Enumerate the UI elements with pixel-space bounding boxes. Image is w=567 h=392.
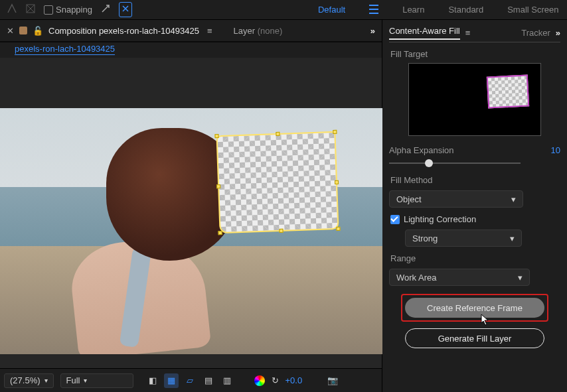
- content-aware-fill-panel: Content-Aware Fill ≡ Tracker » Fill Targ…: [382, 20, 567, 392]
- panel-menu-icon[interactable]: ≡: [465, 28, 471, 38]
- checkbox-checked-icon: [390, 215, 400, 224]
- channel-icon[interactable]: ▥: [220, 373, 234, 388]
- checkbox-icon: [44, 5, 53, 15]
- comp-chip-icon: [19, 27, 27, 34]
- panel-title[interactable]: Content-Aware Fill: [389, 26, 460, 40]
- chevron-down-icon: ▾: [518, 273, 523, 283]
- create-reference-frame-button[interactable]: Create Reference Frame: [405, 298, 544, 318]
- lock-icon[interactable]: 🔓: [33, 26, 43, 36]
- breadcrumb[interactable]: pexels-ron-lach-10493425: [0, 42, 382, 55]
- viewer-area: [0, 58, 382, 368]
- layer-tab[interactable]: Layer (none): [234, 26, 283, 36]
- range-value: Work Area: [396, 273, 436, 283]
- transparency-grid-icon[interactable]: ▦: [164, 373, 179, 388]
- breadcrumb-link[interactable]: pexels-ron-lach-10493425: [15, 44, 115, 55]
- composition-pane: ✕ 🔓 Composition pexels-ron-lach-10493425…: [0, 20, 382, 392]
- tracker-tab[interactable]: Tracker: [521, 28, 550, 38]
- mask-visibility-icon[interactable]: ▱: [183, 373, 197, 388]
- panel-overflow-icon[interactable]: »: [370, 26, 375, 36]
- fill-method-label: Fill Method: [390, 175, 560, 185]
- alpha-expansion-label: Alpha Expansion: [389, 145, 454, 155]
- chevron-down-icon: ▾: [511, 194, 516, 204]
- exposure-value[interactable]: +0.0: [285, 375, 303, 385]
- snap-expand-icon[interactable]: [100, 3, 111, 16]
- zoom-value: (27.5%): [10, 375, 40, 385]
- lighting-strength-dropdown[interactable]: Strong ▾: [405, 229, 522, 247]
- chevron-down-icon: ▾: [44, 377, 48, 384]
- resolution-dropdown[interactable]: Full ▾: [60, 373, 133, 388]
- zoom-dropdown[interactable]: (27.5%) ▾: [4, 373, 54, 388]
- composition-tab-label[interactable]: Composition pexels-ron-lach-10493425: [48, 26, 199, 36]
- workspace-tabs: Default Learn Standard Small Screen: [318, 5, 559, 15]
- tab-menu-icon[interactable]: ≡: [207, 26, 212, 36]
- range-label: Range: [390, 253, 560, 263]
- lighting-correction-toggle[interactable]: Lighting Correction: [390, 214, 560, 224]
- snapping-label: Snapping: [56, 5, 92, 15]
- workspace-small-screen[interactable]: Small Screen: [507, 5, 558, 15]
- lighting-strength-value: Strong: [412, 233, 438, 243]
- app-topbar: Snapping Default Learn Standard Small Sc…: [0, 0, 567, 20]
- workspace-learn[interactable]: Learn: [402, 5, 424, 15]
- reset-exposure-icon[interactable]: ↻: [272, 375, 279, 385]
- anchor-tool-icon[interactable]: [7, 3, 17, 16]
- fast-preview-icon[interactable]: ◧: [145, 373, 160, 388]
- lighting-correction-label: Lighting Correction: [404, 214, 476, 224]
- viewer-footer: (27.5%) ▾ Full ▾ ◧ ▦ ▱ ▤ ▥ ↻ +0.0 📷: [0, 368, 382, 392]
- mask-selection[interactable]: [216, 131, 339, 233]
- mesh-tool-icon[interactable]: [25, 3, 36, 16]
- snapshot-icon[interactable]: 📷: [327, 375, 338, 385]
- snapping-toggle[interactable]: Snapping: [44, 5, 92, 15]
- alpha-expansion-slider[interactable]: [389, 158, 521, 168]
- snap-collapse-icon[interactable]: [119, 2, 132, 17]
- panel-overflow-icon[interactable]: »: [556, 28, 560, 38]
- fill-target-thumbnail: [408, 63, 541, 136]
- resolution-value: Full: [66, 375, 80, 385]
- close-panel-icon[interactable]: ✕: [7, 26, 14, 36]
- composition-viewport[interactable]: [0, 108, 382, 354]
- chevron-down-icon: ▾: [510, 233, 515, 243]
- color-management-icon[interactable]: [254, 375, 265, 386]
- range-dropdown[interactable]: Work Area ▾: [389, 269, 530, 286]
- generate-fill-layer-button[interactable]: Generate Fill Layer: [405, 328, 544, 348]
- thumbnail-mask: [487, 74, 529, 108]
- create-reference-highlight: Create Reference Frame: [401, 294, 548, 322]
- cursor-icon: [481, 314, 490, 326]
- fill-method-dropdown[interactable]: Object ▾: [389, 190, 523, 208]
- alpha-expansion-value[interactable]: 10: [551, 145, 560, 155]
- workspace-standard[interactable]: Standard: [448, 5, 483, 15]
- panel-header: Content-Aware Fill ≡ Tracker »: [389, 24, 560, 42]
- composition-tabrow: ✕ 🔓 Composition pexels-ron-lach-10493425…: [0, 20, 382, 42]
- workspace-default[interactable]: Default: [318, 5, 345, 15]
- fill-method-value: Object: [396, 194, 422, 204]
- workspace-menu-icon[interactable]: [369, 5, 378, 14]
- fill-target-label: Fill Target: [390, 49, 560, 59]
- region-of-interest-icon[interactable]: ▤: [201, 373, 216, 388]
- chevron-down-icon: ▾: [84, 377, 87, 384]
